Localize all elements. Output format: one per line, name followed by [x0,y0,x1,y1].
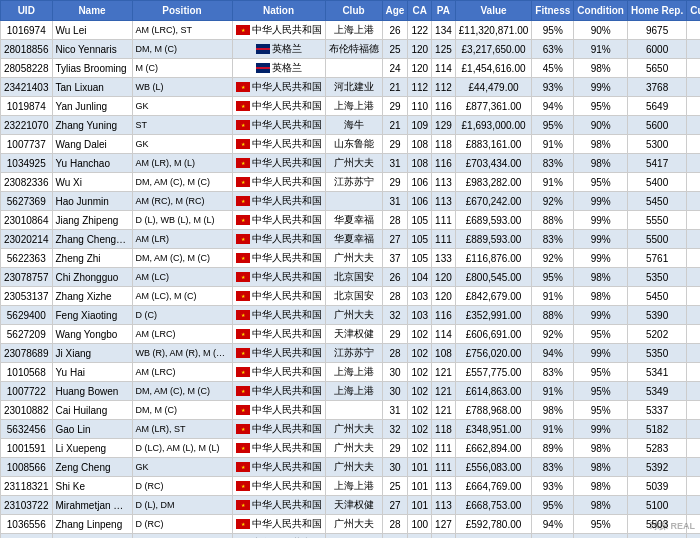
cell-uid: 1008566 [1,458,53,477]
cell-name: Gao Lin [52,420,132,439]
table-row[interactable]: 1007737 Wang Dalei GK 中华人民共和国 山东鲁能 29 10… [1,135,701,154]
header-condition[interactable]: Condition [574,1,628,21]
table-row[interactable]: 23020214 Zhang Chengdong AM (LR) 中华人民共和国… [1,230,701,249]
flag-icon [236,500,250,510]
table-row[interactable]: 1016974 Wu Lei AM (LRC), ST 中华人民共和国 上海上港… [1,21,701,40]
cell-value: £1,454,616.00 [455,59,532,78]
table-row[interactable]: 23421403 Tan Lixuan WB (L) 中华人民共和国 河北建业 … [1,78,701,97]
flag-icon [256,44,270,54]
cell-age: 32 [382,534,408,539]
table-row[interactable]: 23053137 Zhang Xizhe AM (LC), M (C) 中华人民… [1,287,701,306]
player-table: UID Name Position Nation Club Age CA PA … [0,0,700,538]
cell-current-rep: 5649 [687,97,700,116]
cell-position: D (RC) [132,477,232,496]
header-age[interactable]: Age [382,1,408,21]
cell-club: 上海上港 [325,477,382,496]
table-row[interactable]: 1010568 Yu Hai AM (LRC) 中华人民共和国 上海上港 30 … [1,363,701,382]
cell-home-rep: 5600 [627,116,686,135]
cell-age: 26 [382,268,408,287]
cell-position: D (L), DM [132,496,232,515]
cell-value: £756,020.00 [455,344,532,363]
cell-pa: 125 [432,40,456,59]
table-row[interactable]: 5627369 Hao Junmin AM (RC), M (RC) 中华人民共… [1,192,701,211]
cell-nation: 中华人民共和国 [232,515,325,534]
table-header-row: UID Name Position Nation Club Age CA PA … [1,1,701,21]
header-fitness[interactable]: Fitness [532,1,574,21]
cell-pa: 108 [432,344,456,363]
table-row[interactable]: 1036556 Zhang Linpeng D (RC) 中华人民共和国 广州大… [1,515,701,534]
cell-ca: 102 [408,325,432,344]
header-position[interactable]: Position [132,1,232,21]
table-row[interactable]: 5632456 Gao Lin AM (LR), ST 中华人民共和国 广州大夫… [1,420,701,439]
header-ca[interactable]: CA [408,1,432,21]
cell-uid: 1007737 [1,135,53,154]
cell-age: 25 [382,477,408,496]
table-row[interactable]: 5622363 Zheng Zhi DM, AM (C), M (C) 中华人民… [1,249,701,268]
cell-uid: 23103722 [1,496,53,515]
cell-home-rep: 5400 [627,173,686,192]
cell-current-rep: 5099 [687,382,700,401]
header-pa[interactable]: PA [432,1,456,21]
cell-value: £842,679.00 [455,287,532,306]
flag-icon [236,234,250,244]
cell-current-rep: 5140 [687,306,700,325]
cell-fitness: 94% [532,344,574,363]
cell-club: 广州大夫 [325,420,382,439]
header-name[interactable]: Name [52,1,132,21]
cell-value: £883,161.00 [455,135,532,154]
table-row[interactable]: 23078689 Ji Xiang WB (R), AM (R), M (R),… [1,344,701,363]
cell-current-rep: 9675 [687,21,700,40]
cell-club: 广州大夫 [325,515,382,534]
cell-pa: 133 [432,249,456,268]
table-row[interactable]: 23082336 Wu Xi DM, AM (C), M (C) 中华人民共和国… [1,173,701,192]
flag-icon [236,177,250,187]
cell-condition: 98% [574,154,628,173]
table-row[interactable]: 1019874 Yan Junling GK 中华人民共和国 上海上港 29 1… [1,97,701,116]
table-row[interactable]: 23118321 Shi Ke D (RC) 中华人民共和国 上海上港 25 1… [1,477,701,496]
table-row[interactable]: 28018856 Nico Yennaris DM, M (C) 英格兰 布伦特… [1,40,701,59]
cell-name: Zeng Cheng [52,458,132,477]
cell-age: 29 [382,325,408,344]
cell-condition: 98% [574,458,628,477]
table-row[interactable]: 23221070 Zhang Yuning ST 中华人民共和国 海牛 21 1… [1,116,701,135]
table-row[interactable]: 1034925 Yu Hanchao AM (LR), M (L) 中华人民共和… [1,154,701,173]
table-row[interactable]: 1008566 Zeng Cheng GK 中华人民共和国 广州大夫 30 10… [1,458,701,477]
cell-age: 31 [382,192,408,211]
table-row[interactable]: 1001591 Li Xuepeng D (LC), AM (L), M (L)… [1,439,701,458]
table-row[interactable]: 5627209 Wang Yongbo AM (LRC) 中华人民共和国 天津权… [1,325,701,344]
header-uid[interactable]: UID [1,1,53,21]
cell-name: Li Xuepeng [52,439,132,458]
header-current-rep[interactable]: Current Rep. [687,1,700,21]
cell-home-rep: 5392 [627,458,686,477]
cell-name: Jiang Zhipeng [52,211,132,230]
cell-home-rep: 5182 [627,420,686,439]
header-club[interactable]: Club [325,1,382,21]
cell-nation: 英格兰 [232,59,325,78]
table-row[interactable]: 23103722 Mirahmetjan Muzepper D (L), DM … [1,496,701,515]
main-table-container[interactable]: UID Name Position Nation Club Age CA PA … [0,0,700,538]
header-value[interactable]: Value [455,1,532,21]
cell-name: Mirahmetjan Muzepper [52,496,132,515]
cell-home-rep: 5500 [627,230,686,249]
cell-nation: 中华人民共和国 [232,97,325,116]
table-row[interactable]: 28058228 Tylias Brooming M (C) 英格兰 24 12… [1,59,701,78]
cell-nation: 英格兰 [232,40,325,59]
cell-club: 广州大夫 [325,249,382,268]
table-row[interactable]: 1007722 Huang Bowen DM, AM (C), M (C) 中华… [1,382,701,401]
table-row[interactable]: 23010864 Jiang Zhipeng D (L), WB (L), M … [1,211,701,230]
cell-value: £44,479.00 [455,78,532,97]
cell-fitness: 95% [532,116,574,135]
cell-uid: 23020214 [1,230,53,249]
table-row[interactable]: 23010882 Cai Huilang DM, M (C) 中华人民共和国 3… [1,401,701,420]
table-row[interactable]: 23078757 Chi Zhongguo AM (LC) 中华人民共和国 北京… [1,268,701,287]
cell-condition: 95% [574,382,628,401]
table-row[interactable]: 5629400 Feng Xiaoting D (C) 中华人民共和国 广州大夫… [1,306,701,325]
header-nation[interactable]: Nation [232,1,325,21]
cell-condition: 95% [574,173,628,192]
table-row[interactable]: 1014818 Hui Jialang AM (L), M (L) 中华人民共和… [1,534,701,539]
cell-fitness: 95% [532,21,574,40]
cell-pa: 111 [432,439,456,458]
cell-age: 28 [382,515,408,534]
cell-ca: 108 [408,154,432,173]
header-home-rep[interactable]: Home Rep. [627,1,686,21]
